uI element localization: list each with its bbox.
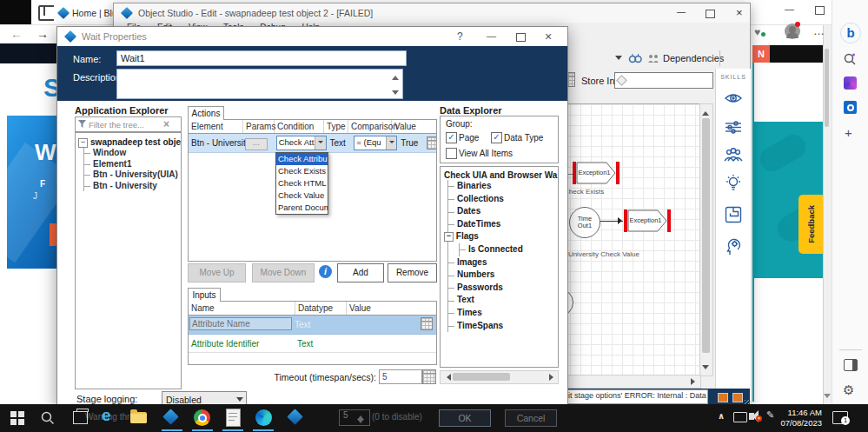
tree-item-btn-university-uia[interactable]: Btn - University(UIA) — [84, 169, 181, 181]
canvas-scroll-up[interactable] — [702, 108, 709, 116]
data-item-is-connected[interactable]: Is Connected — [460, 243, 558, 256]
option-parent-document[interactable]: Parent Docum — [276, 202, 328, 214]
data-item-times[interactable]: Times — [448, 307, 558, 320]
workspaces-icon[interactable] — [38, 5, 56, 21]
timeout-stage[interactable]: Time Out1 — [569, 207, 600, 238]
studio-minimize-button[interactable]: — — [677, 7, 686, 17]
store-in-input[interactable] — [614, 72, 713, 89]
data-item-images[interactable]: Images — [448, 256, 558, 269]
skill-knowledge-head-icon[interactable] — [716, 236, 751, 259]
bing-chat-icon[interactable]: b — [840, 23, 861, 43]
start-button[interactable] — [10, 411, 24, 425]
option-check-attribute[interactable]: Check Attribut — [276, 153, 328, 165]
condition-dropdown-button[interactable] — [315, 136, 326, 150]
collapse-icon[interactable]: − — [444, 232, 454, 242]
browser-restore-button[interactable] — [815, 6, 825, 17]
canvas-scroll-right[interactable] — [691, 378, 699, 385]
studio-close-button[interactable]: × — [736, 6, 743, 19]
comparison-dropdown-button[interactable] — [386, 136, 396, 150]
taskbar-search-icon[interactable] — [40, 410, 55, 427]
search-binoculars-icon[interactable] — [628, 53, 642, 65]
canvas-scroll-down[interactable] — [702, 365, 709, 373]
exception-stage-1[interactable]: Exception1 — [573, 162, 620, 184]
m365-icon[interactable] — [844, 76, 857, 90]
browser-minimize-button[interactable]: — — [785, 3, 794, 14]
timeout-calc-icon[interactable] — [422, 369, 436, 384]
name-input[interactable]: Wait1 — [116, 50, 407, 66]
data-item-flags[interactable]: − Flags — [444, 230, 558, 243]
data-item-dates[interactable]: Dates — [448, 205, 558, 218]
notification-center-icon[interactable]: 1 — [832, 411, 848, 424]
dialog-close-button[interactable]: × — [545, 30, 552, 43]
dialog-maximize-button[interactable] — [516, 33, 526, 43]
sidebar-settings-gear-icon[interactable]: ⚙ — [843, 382, 854, 398]
condition-dropdown-list[interactable]: Check Attribut Check Exists Check HTML C… — [275, 152, 328, 215]
browser-back-button[interactable]: ← — [10, 27, 23, 41]
flow-canvas[interactable] — [560, 103, 699, 376]
inputs-row[interactable]: Attribute Identifier Text — [189, 335, 436, 353]
data-scroll-right[interactable] — [549, 374, 557, 381]
profile-avatar[interactable] — [785, 23, 800, 39]
move-up-button[interactable]: Move Up — [188, 263, 246, 282]
skill-levels-icon[interactable] — [716, 120, 751, 136]
dialog-minimize-button[interactable]: — — [487, 30, 496, 41]
data-explorer-hscrollbar[interactable] — [440, 370, 559, 384]
canvas-vscrollbar[interactable] — [699, 103, 713, 376]
data-item-numbers[interactable]: Numbers — [448, 269, 558, 282]
description-scroll-down[interactable] — [392, 90, 399, 98]
canvas-hscrollbar[interactable] — [560, 375, 701, 389]
skill-process-maze-icon[interactable] — [716, 205, 751, 226]
tree-item-element1[interactable]: Element1 — [84, 159, 181, 170]
data-tree-root[interactable]: Check UIA and Browser Wait stage o — [441, 167, 558, 180]
task-view-icon[interactable] — [73, 411, 88, 424]
scroll-down-arrow[interactable] — [824, 394, 831, 402]
dependencies-button[interactable]: Dependencies — [663, 53, 724, 63]
studio-title-bar[interactable]: Object Studio - Edit - swapnadeep test o… — [114, 3, 750, 23]
blueprism-taskbar-icon[interactable] — [162, 409, 178, 424]
threshold-spinner[interactable]: 5 — [339, 409, 370, 426]
condition-combo[interactable]: Check Att — [276, 136, 328, 150]
chrome-icon[interactable] — [194, 409, 210, 426]
collapse-icon[interactable]: − — [78, 138, 88, 148]
feedback-button[interactable]: Feedback — [798, 195, 824, 254]
browser-settings-more-icon[interactable]: … — [813, 24, 825, 37]
value-calc-icon[interactable] — [427, 136, 436, 150]
outlook-icon[interactable] — [844, 101, 857, 114]
params-ellipsis-button[interactable]: ... — [245, 138, 268, 150]
option-check-exists[interactable]: Check Exists — [276, 165, 328, 177]
app-explorer-tree[interactable]: − swapnadeep test object 2 Window Elemen… — [75, 132, 182, 389]
skill-vision-eye-icon[interactable] — [716, 90, 751, 108]
data-item-binaries[interactable]: Binaries — [448, 180, 558, 193]
input-value-calc-icon[interactable] — [421, 317, 433, 330]
tree-item-window[interactable]: Window — [84, 148, 181, 159]
toolbar-dropdown-caret[interactable] — [615, 56, 622, 63]
data-item-text[interactable]: Text — [448, 294, 558, 307]
actions-tab[interactable]: Actions — [188, 106, 224, 120]
data-explorer-tree[interactable]: Check UIA and Browser Wait stage o Binar… — [440, 166, 559, 368]
data-scroll-left[interactable] — [443, 374, 451, 381]
data-item-collections[interactable]: Collections — [448, 193, 558, 206]
card-button-fragment[interactable] — [50, 223, 56, 246]
data-item-datetimes[interactable]: DateTimes — [448, 218, 558, 231]
info-icon[interactable]: i — [319, 265, 332, 278]
exception-stage-2[interactable]: Exception1 — [624, 209, 671, 232]
tray-volume-muted-icon[interactable]: × — [749, 413, 754, 420]
tray-chevron-icon[interactable]: ∧ — [718, 411, 725, 421]
tree-item-btn-university[interactable]: Btn - University — [84, 181, 181, 192]
file-explorer-icon[interactable] — [130, 412, 147, 423]
extension-health-icon[interactable]: ♥ — [754, 26, 760, 38]
description-scroll-up[interactable] — [392, 72, 399, 80]
data-item-timespans[interactable]: TimeSpans — [448, 320, 558, 333]
comparison-combo[interactable]: = (Equ — [354, 136, 397, 150]
data-item-passwords[interactable]: Passwords — [448, 282, 558, 295]
studio-maximize-button[interactable] — [706, 10, 715, 20]
tree-root[interactable]: swapnadeep test object 2 — [90, 137, 181, 147]
view-all-items-checkbox[interactable] — [446, 148, 457, 159]
sidebar-panel-icon[interactable] — [844, 359, 858, 371]
notes-app-icon[interactable] — [226, 409, 241, 427]
description-textarea[interactable] — [116, 69, 403, 99]
actions-row-selected[interactable]: Btn - University ... Check Att Text = (E… — [189, 134, 436, 153]
edge-icon[interactable] — [255, 409, 272, 426]
skill-idea-bulb-icon[interactable] — [716, 174, 751, 195]
remove-button[interactable]: Remove — [388, 263, 437, 282]
